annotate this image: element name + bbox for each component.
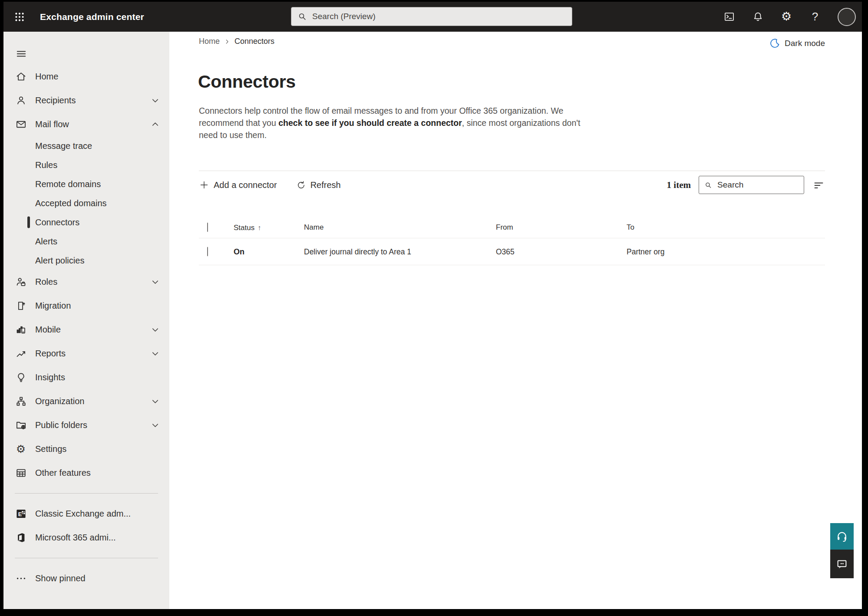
search-icon [297, 12, 307, 21]
sidebar-item-other-features[interactable]: Other features [3, 461, 169, 485]
terminal-button[interactable] [723, 11, 735, 23]
row-checkbox-cell [207, 247, 208, 256]
sidebar-item-label: Home [35, 72, 58, 82]
reports-icon [15, 348, 27, 360]
sidebar-item-home[interactable]: Home [3, 65, 169, 89]
sidebar-item-public-folders[interactable]: Public folders [3, 413, 169, 437]
connectors-table: Status↑ Name From To OnDeliver journal d… [199, 217, 825, 265]
column-header-name[interactable]: Name [304, 223, 323, 232]
breadcrumb-current: Connectors [234, 37, 274, 46]
chat-icon [835, 557, 848, 570]
sidebar-item-label: Insights [35, 372, 65, 382]
add-connector-button[interactable]: Add a connector [199, 180, 277, 190]
select-all-checkbox[interactable] [207, 222, 208, 232]
sidebar-item-remote-domains[interactable]: Remote domains [3, 175, 169, 194]
public-folders-icon [15, 419, 27, 432]
help-button[interactable]: ? [809, 11, 821, 23]
sidebar-item-label: Public folders [35, 420, 87, 430]
sidebar-item-alert-policies[interactable]: Alert policies [3, 251, 169, 270]
sidebar-item-label: Settings [35, 444, 66, 454]
list-search-box[interactable] [699, 176, 804, 194]
sidebar-item-label: Remote domains [35, 179, 101, 189]
sidebar-item-label: Migration [35, 301, 71, 311]
page-description: Connectors help control the flow of emai… [199, 105, 581, 141]
sidebar-item-show-pinned[interactable]: Show pinned [3, 567, 169, 590]
svg-text:E: E [18, 511, 22, 517]
collapse-nav-button[interactable] [11, 44, 31, 64]
exchange-admin-center-window: Exchange admin center [3, 2, 862, 609]
filter-button[interactable] [812, 178, 825, 191]
sidebar-item-classic-exchange[interactable]: EClassic Exchange adm... [3, 502, 169, 526]
column-header-to[interactable]: To [627, 223, 634, 232]
selected-item-indicator [27, 217, 30, 228]
sidebar-item-label: Show pinned [35, 573, 86, 583]
app-launcher-button[interactable] [10, 7, 30, 27]
sidebar-item-mail-flow[interactable]: Mail flow [3, 112, 169, 136]
sidebar-item-alerts[interactable]: Alerts [3, 232, 169, 251]
sidebar-item-insights[interactable]: Insights [3, 366, 169, 389]
gear-icon: ⚙ [781, 11, 792, 23]
account-avatar[interactable] [838, 8, 856, 26]
sidebar-item-settings[interactable]: ⚙Settings [3, 437, 169, 461]
table-row[interactable]: OnDeliver journal directly to Area 1O365… [199, 238, 825, 265]
table-header-row: Status↑ Name From To [199, 217, 825, 238]
navigation-sidebar: HomeRecipientsMail flowMessage traceRule… [3, 32, 169, 609]
mobile-icon [15, 324, 27, 336]
sidebar-item-label: Roles [35, 277, 57, 287]
sidebar-item-microsoft-365[interactable]: Microsoft 365 admi... [3, 526, 169, 550]
breadcrumb-home-link[interactable]: Home [199, 37, 220, 46]
sidebar-item-label: Other features [35, 468, 91, 478]
row-from: O365 [496, 247, 515, 256]
global-search-box[interactable] [291, 7, 572, 26]
sidebar-item-label: Reports [35, 349, 66, 359]
support-button[interactable] [830, 523, 854, 550]
sidebar-item-accepted-domains[interactable]: Accepted domains [3, 194, 169, 213]
home-icon [15, 71, 27, 83]
migration-icon [15, 300, 27, 312]
column-header-status[interactable]: Status↑ [234, 223, 261, 232]
sidebar-item-label: Alerts [35, 237, 57, 247]
other-features-icon [15, 467, 27, 479]
top-app-bar: Exchange admin center [3, 2, 862, 32]
chevron-down-icon [149, 277, 161, 288]
app-title: Exchange admin center [40, 12, 144, 22]
list-toolbar: Add a connector Refresh 1 item [199, 175, 825, 194]
refresh-button[interactable]: Refresh [296, 180, 341, 190]
list-search-input[interactable] [717, 180, 799, 190]
sidebar-item-label: Rules [35, 160, 57, 170]
mail-icon [15, 119, 27, 131]
chevron-down-icon [149, 324, 161, 336]
sidebar-item-message-trace[interactable]: Message trace [3, 136, 169, 155]
column-header-from[interactable]: From [496, 223, 513, 232]
sidebar-item-list: HomeRecipientsMail flowMessage traceRule… [3, 65, 169, 590]
settings-button[interactable]: ⚙ [780, 11, 792, 23]
sidebar-item-label: Classic Exchange adm... [35, 509, 131, 519]
sidebar-item-label: Alert policies [35, 256, 84, 266]
microsoft-365-icon [15, 532, 27, 544]
global-search-input[interactable] [312, 12, 566, 21]
sidebar-item-rules[interactable]: Rules [3, 155, 169, 175]
create-connector-link[interactable]: check to see if you should create a conn… [278, 118, 462, 128]
sidebar-divider [15, 493, 158, 494]
ellipsis-icon [15, 573, 27, 585]
sidebar-item-organization[interactable]: Organization [3, 389, 169, 413]
settings-icon: ⚙ [15, 443, 27, 455]
notifications-button[interactable] [752, 11, 764, 23]
dark-mode-toggle[interactable]: Dark mode [769, 38, 825, 49]
sidebar-item-recipients[interactable]: Recipients [3, 89, 169, 112]
filter-icon [813, 179, 825, 191]
chevron-down-icon [149, 396, 161, 407]
row-checkbox[interactable] [207, 247, 208, 256]
organization-icon [15, 395, 27, 408]
sidebar-divider [15, 558, 158, 558]
toolbar-right: 1 item [667, 176, 825, 194]
feedback-button[interactable] [830, 550, 854, 578]
sidebar-item-roles[interactable]: Roles [3, 270, 169, 294]
sidebar-item-reports[interactable]: Reports [3, 342, 169, 366]
sidebar-item-label: Organization [35, 396, 84, 406]
sidebar-item-connectors[interactable]: Connectors [3, 213, 169, 232]
row-name[interactable]: Deliver journal directly to Area 1 [304, 247, 411, 256]
refresh-label: Refresh [310, 180, 341, 190]
sidebar-item-migration[interactable]: Migration [3, 294, 169, 318]
sidebar-item-mobile[interactable]: Mobile [3, 318, 169, 342]
